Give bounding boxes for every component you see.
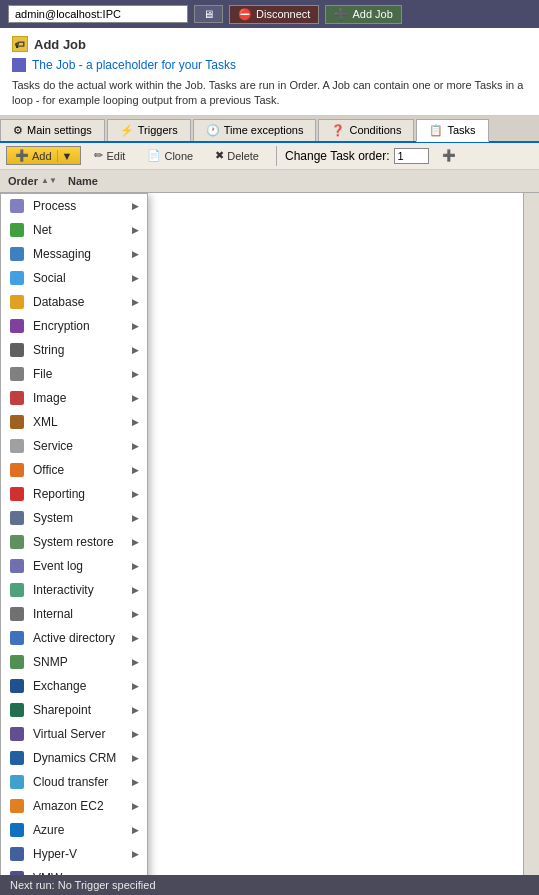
menu-item-hyper-v[interactable]: Hyper-V ▶: [1, 842, 147, 866]
menu-item-interactivity[interactable]: Interactivity ▶: [1, 578, 147, 602]
process-icon: [9, 198, 25, 214]
menu-item-label-snmp: SNMP: [33, 655, 124, 669]
hyper-v-icon: [9, 846, 25, 862]
menu-item-label-amazon-ec2: Amazon EC2: [33, 799, 124, 813]
menu-item-xml[interactable]: XML ▶: [1, 410, 147, 434]
event-log-icon: [9, 558, 25, 574]
tab-conditions[interactable]: ❓ Conditions: [318, 119, 414, 141]
menu-item-database[interactable]: Database ▶: [1, 290, 147, 314]
messaging-icon: [9, 246, 25, 262]
menu-item-event-log[interactable]: Event log ▶: [1, 554, 147, 578]
add-button[interactable]: ➕ Add ▼: [6, 146, 81, 165]
menu-item-label-active-directory: Active directory: [33, 631, 124, 645]
svg-rect-15: [10, 559, 24, 573]
menu-item-internal[interactable]: Internal ▶: [1, 602, 147, 626]
dynamics-crm-icon: [9, 750, 25, 766]
menu-item-arrow-image: ▶: [132, 393, 139, 403]
svg-rect-26: [10, 823, 24, 837]
menu-item-arrow-dynamics-crm: ▶: [132, 753, 139, 763]
menu-item-arrow-file: ▶: [132, 369, 139, 379]
menu-item-system-restore[interactable]: System restore ▶: [1, 530, 147, 554]
svg-rect-8: [10, 391, 24, 405]
menu-item-snmp[interactable]: SNMP ▶: [1, 650, 147, 674]
menu-item-amazon-ec2[interactable]: Amazon EC2 ▶: [1, 794, 147, 818]
delete-button[interactable]: ✖ Delete: [206, 146, 268, 165]
add-dropdown-arrow[interactable]: ▼: [57, 150, 73, 162]
menu-item-net[interactable]: Net ▶: [1, 218, 147, 242]
menu-item-virtual-server[interactable]: Virtual Server ▶: [1, 722, 147, 746]
tab-main-settings[interactable]: ⚙ Main settings: [0, 119, 105, 141]
menu-item-image[interactable]: Image ▶: [1, 386, 147, 410]
tab-time-exceptions[interactable]: 🕐 Time exceptions: [193, 119, 317, 141]
menu-item-arrow-exchange: ▶: [132, 681, 139, 691]
menu-item-active-directory[interactable]: Active directory ▶: [1, 626, 147, 650]
svg-rect-11: [10, 463, 24, 477]
svg-rect-12: [10, 487, 24, 501]
connection-input[interactable]: [8, 5, 188, 23]
menu-item-process[interactable]: Process ▶: [1, 194, 147, 218]
menu-item-cloud-transfer[interactable]: Cloud transfer ▶: [1, 770, 147, 794]
menu-item-vmware[interactable]: VMWare ▶: [1, 866, 147, 875]
svg-rect-27: [10, 847, 24, 861]
disconnect-icon: ⛔: [238, 8, 252, 21]
menu-item-label-process: Process: [33, 199, 124, 213]
task-order-input[interactable]: [394, 148, 429, 164]
tasks-icon: 📋: [429, 124, 443, 137]
menu-item-arrow-reporting: ▶: [132, 489, 139, 499]
menu-item-label-cloud-transfer: Cloud transfer: [33, 775, 124, 789]
menu-item-label-exchange: Exchange: [33, 679, 124, 693]
menu-item-label-interactivity: Interactivity: [33, 583, 124, 597]
menu-item-arrow-net: ▶: [132, 225, 139, 235]
monitor-icon-btn[interactable]: 🖥: [194, 5, 223, 23]
next-run-label: Next run: No Trigger specified: [10, 879, 156, 891]
menu-item-arrow-interactivity: ▶: [132, 585, 139, 595]
svg-rect-17: [10, 607, 24, 621]
scroll-indicator[interactable]: [523, 193, 539, 875]
menu-item-label-image: Image: [33, 391, 124, 405]
menu-item-office[interactable]: Office ▶: [1, 458, 147, 482]
menu-item-label-dynamics-crm: Dynamics CRM: [33, 751, 124, 765]
menu-item-label-vmware: VMWare: [33, 871, 124, 875]
svg-rect-6: [10, 343, 24, 357]
menu-item-social[interactable]: Social ▶: [1, 266, 147, 290]
menu-item-arrow-snmp: ▶: [132, 657, 139, 667]
dropdown-menu: Process ▶ Net ▶ Messaging ▶ Social ▶ Dat…: [0, 193, 148, 875]
edit-button[interactable]: ✏ Edit: [85, 146, 134, 165]
menu-item-messaging[interactable]: Messaging ▶: [1, 242, 147, 266]
menu-item-arrow-database: ▶: [132, 297, 139, 307]
table-header: Order ▲▼ Name: [0, 170, 539, 193]
menu-item-arrow-hyper-v: ▶: [132, 849, 139, 859]
database-icon: [9, 294, 25, 310]
clone-icon: 📄: [147, 149, 161, 162]
add-task-icon-button[interactable]: ➕: [433, 146, 465, 165]
tab-triggers[interactable]: ⚡ Triggers: [107, 119, 191, 141]
svg-rect-4: [10, 295, 24, 309]
menu-item-sharepoint[interactable]: Sharepoint ▶: [1, 698, 147, 722]
internal-icon: [9, 606, 25, 622]
add-job-button[interactable]: ➕ Add Job: [325, 5, 401, 24]
order-sort-arrow: ▲▼: [41, 176, 57, 185]
menu-item-azure[interactable]: Azure ▶: [1, 818, 147, 842]
menu-item-label-system: System: [33, 511, 124, 525]
menu-item-system[interactable]: System ▶: [1, 506, 147, 530]
disconnect-button[interactable]: ⛔ Disconnect: [229, 5, 319, 24]
job-icon: 🏷: [12, 36, 28, 52]
menu-item-label-hyper-v: Hyper-V: [33, 847, 124, 861]
menu-item-arrow-social: ▶: [132, 273, 139, 283]
menu-item-dynamics-crm[interactable]: Dynamics CRM ▶: [1, 746, 147, 770]
svg-rect-0: [10, 199, 24, 213]
menu-item-label-system-restore: System restore: [33, 535, 124, 549]
menu-item-service[interactable]: Service ▶: [1, 434, 147, 458]
menu-item-string[interactable]: String ▶: [1, 338, 147, 362]
menu-item-file[interactable]: File ▶: [1, 362, 147, 386]
system-restore-icon: [9, 534, 25, 550]
menu-item-encryption[interactable]: Encryption ▶: [1, 314, 147, 338]
net-icon: [9, 222, 25, 238]
tab-tasks[interactable]: 📋 Tasks: [416, 119, 488, 142]
menu-item-exchange[interactable]: Exchange ▶: [1, 674, 147, 698]
menu-item-reporting[interactable]: Reporting ▶: [1, 482, 147, 506]
main-settings-icon: ⚙: [13, 124, 23, 137]
svg-rect-13: [10, 511, 24, 525]
toolbar: ➕ Add ▼ ✏ Edit 📄 Clone ✖ Delete Change T…: [0, 143, 539, 170]
clone-button[interactable]: 📄 Clone: [138, 146, 202, 165]
